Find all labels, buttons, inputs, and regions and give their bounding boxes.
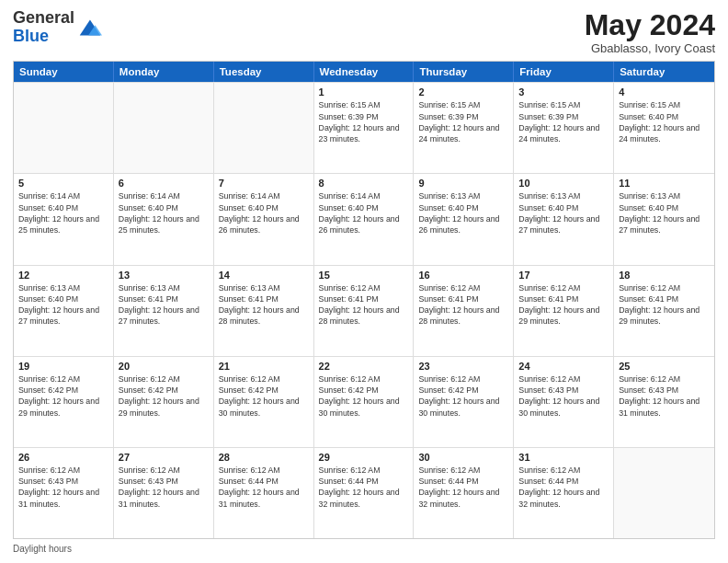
calendar-cell: 30Sunrise: 6:12 AM Sunset: 6:44 PM Dayli… [414,448,514,538]
day-info: Sunrise: 6:13 AM Sunset: 6:40 PM Dayligh… [619,190,710,236]
footer-label: Daylight hours [13,544,72,554]
day-number: 7 [219,178,309,189]
day-info: Sunrise: 6:12 AM Sunset: 6:43 PM Dayligh… [518,373,609,419]
day-number: 16 [418,270,508,281]
calendar-cell: 21Sunrise: 6:12 AM Sunset: 6:42 PM Dayli… [214,357,314,447]
day-info: Sunrise: 6:12 AM Sunset: 6:44 PM Dayligh… [219,465,309,510]
day-info: Sunrise: 6:12 AM Sunset: 6:41 PM Dayligh… [418,282,508,327]
day-number: 10 [518,178,609,189]
calendar-cell: 25Sunrise: 6:12 AM Sunset: 6:43 PM Dayli… [614,357,714,447]
page: General Blue May 2024 Gbablasso, Ivory C… [0,0,728,563]
day-info: Sunrise: 6:12 AM Sunset: 6:42 PM Dayligh… [119,373,209,419]
weekday-header: Wednesday [314,62,415,82]
day-number: 15 [319,270,409,281]
calendar-week: 26Sunrise: 6:12 AM Sunset: 6:43 PM Dayli… [14,447,714,538]
calendar-cell: 5Sunrise: 6:14 AM Sunset: 6:40 PM Daylig… [14,174,114,264]
calendar-cell: 24Sunrise: 6:12 AM Sunset: 6:43 PM Dayli… [514,357,614,447]
day-number: 13 [119,270,209,281]
logo-icon [76,15,102,40]
day-info: Sunrise: 6:15 AM Sunset: 6:39 PM Dayligh… [319,99,409,144]
day-info: Sunrise: 6:13 AM Sunset: 6:41 PM Dayligh… [119,282,209,327]
day-info: Sunrise: 6:13 AM Sunset: 6:40 PM Dayligh… [18,282,108,327]
day-info: Sunrise: 6:15 AM Sunset: 6:39 PM Dayligh… [418,99,508,144]
calendar-header: SundayMondayTuesdayWednesdayThursdayFrid… [14,62,714,82]
calendar-cell: 2Sunrise: 6:15 AM Sunset: 6:39 PM Daylig… [414,83,514,173]
weekday-header: Friday [514,62,614,82]
calendar-cell: 7Sunrise: 6:14 AM Sunset: 6:40 PM Daylig… [214,174,314,264]
day-info: Sunrise: 6:12 AM Sunset: 6:44 PM Dayligh… [518,465,609,510]
day-info: Sunrise: 6:12 AM Sunset: 6:42 PM Dayligh… [418,373,508,419]
day-info: Sunrise: 6:12 AM Sunset: 6:44 PM Dayligh… [418,465,508,510]
calendar-cell: 9Sunrise: 6:13 AM Sunset: 6:40 PM Daylig… [414,174,514,264]
day-info: Sunrise: 6:12 AM Sunset: 6:42 PM Dayligh… [319,373,409,419]
day-info: Sunrise: 6:12 AM Sunset: 6:41 PM Dayligh… [619,282,710,327]
day-info: Sunrise: 6:15 AM Sunset: 6:40 PM Dayligh… [619,99,710,144]
day-number: 30 [418,452,508,463]
day-info: Sunrise: 6:14 AM Sunset: 6:40 PM Dayligh… [319,190,409,236]
calendar-cell: 19Sunrise: 6:12 AM Sunset: 6:42 PM Dayli… [14,357,114,447]
calendar-cell: 14Sunrise: 6:13 AM Sunset: 6:41 PM Dayli… [214,266,314,356]
day-number: 28 [219,452,309,463]
month-title: May 2024 [585,9,715,41]
day-number: 8 [319,178,409,189]
day-number: 4 [619,86,710,98]
weekday-header: Tuesday [214,62,314,82]
calendar-cell: 26Sunrise: 6:12 AM Sunset: 6:43 PM Dayli… [14,448,114,538]
calendar-cell: 8Sunrise: 6:14 AM Sunset: 6:40 PM Daylig… [314,174,415,264]
day-number: 14 [219,270,309,281]
calendar-cell: 13Sunrise: 6:13 AM Sunset: 6:41 PM Dayli… [114,266,214,356]
day-info: Sunrise: 6:14 AM Sunset: 6:40 PM Dayligh… [219,190,309,236]
day-number: 6 [119,178,209,189]
calendar-cell: 12Sunrise: 6:13 AM Sunset: 6:40 PM Dayli… [14,266,114,356]
weekday-header: Sunday [14,62,114,82]
day-info: Sunrise: 6:12 AM Sunset: 6:41 PM Dayligh… [518,282,609,327]
calendar-cell: 11Sunrise: 6:13 AM Sunset: 6:40 PM Dayli… [614,174,714,264]
calendar-cell: 28Sunrise: 6:12 AM Sunset: 6:44 PM Dayli… [214,448,314,538]
calendar-cell: 20Sunrise: 6:12 AM Sunset: 6:42 PM Dayli… [114,357,214,447]
calendar-cell: 22Sunrise: 6:12 AM Sunset: 6:42 PM Dayli… [314,357,415,447]
calendar-week: 19Sunrise: 6:12 AM Sunset: 6:42 PM Dayli… [14,356,714,447]
day-number: 5 [18,178,108,189]
day-number: 12 [18,270,108,281]
title-block: May 2024 Gbablasso, Ivory Coast [585,9,715,55]
day-number: 21 [219,361,309,372]
day-number: 27 [119,452,209,463]
day-info: Sunrise: 6:12 AM Sunset: 6:43 PM Dayligh… [18,465,108,510]
calendar-body: 1Sunrise: 6:15 AM Sunset: 6:39 PM Daylig… [14,82,714,538]
day-info: Sunrise: 6:12 AM Sunset: 6:43 PM Dayligh… [119,465,209,510]
day-info: Sunrise: 6:12 AM Sunset: 6:42 PM Dayligh… [18,373,108,419]
logo: General Blue [13,9,102,46]
day-info: Sunrise: 6:12 AM Sunset: 6:43 PM Dayligh… [619,373,710,419]
calendar-cell [14,83,114,173]
logo-general: General [13,8,74,27]
calendar-cell [614,448,714,538]
weekday-header: Monday [114,62,214,82]
day-number: 3 [518,86,609,98]
calendar-cell: 10Sunrise: 6:13 AM Sunset: 6:40 PM Dayli… [514,174,614,264]
calendar-cell: 17Sunrise: 6:12 AM Sunset: 6:41 PM Dayli… [514,266,614,356]
day-info: Sunrise: 6:12 AM Sunset: 6:44 PM Dayligh… [319,465,409,510]
calendar-cell: 1Sunrise: 6:15 AM Sunset: 6:39 PM Daylig… [314,83,415,173]
day-info: Sunrise: 6:14 AM Sunset: 6:40 PM Dayligh… [18,190,108,236]
calendar-cell: 4Sunrise: 6:15 AM Sunset: 6:40 PM Daylig… [614,83,714,173]
location: Gbablasso, Ivory Coast [585,41,715,55]
day-number: 9 [418,178,508,189]
day-number: 2 [418,86,508,98]
logo-blue: Blue [13,27,49,45]
day-number: 26 [18,452,108,463]
header: General Blue May 2024 Gbablasso, Ivory C… [13,9,715,55]
calendar-cell: 3Sunrise: 6:15 AM Sunset: 6:39 PM Daylig… [514,83,614,173]
calendar-week: 1Sunrise: 6:15 AM Sunset: 6:39 PM Daylig… [14,82,714,173]
day-info: Sunrise: 6:12 AM Sunset: 6:41 PM Dayligh… [319,282,409,327]
day-number: 17 [518,270,609,281]
day-number: 31 [518,452,609,463]
day-number: 19 [18,361,108,372]
day-info: Sunrise: 6:14 AM Sunset: 6:40 PM Dayligh… [119,190,209,236]
day-number: 1 [319,86,409,98]
footer: Daylight hours [13,544,715,554]
day-info: Sunrise: 6:13 AM Sunset: 6:40 PM Dayligh… [518,190,609,236]
calendar-cell: 27Sunrise: 6:12 AM Sunset: 6:43 PM Dayli… [114,448,214,538]
day-number: 25 [619,361,710,372]
day-number: 29 [319,452,409,463]
calendar: SundayMondayTuesdayWednesdayThursdayFrid… [13,61,715,539]
